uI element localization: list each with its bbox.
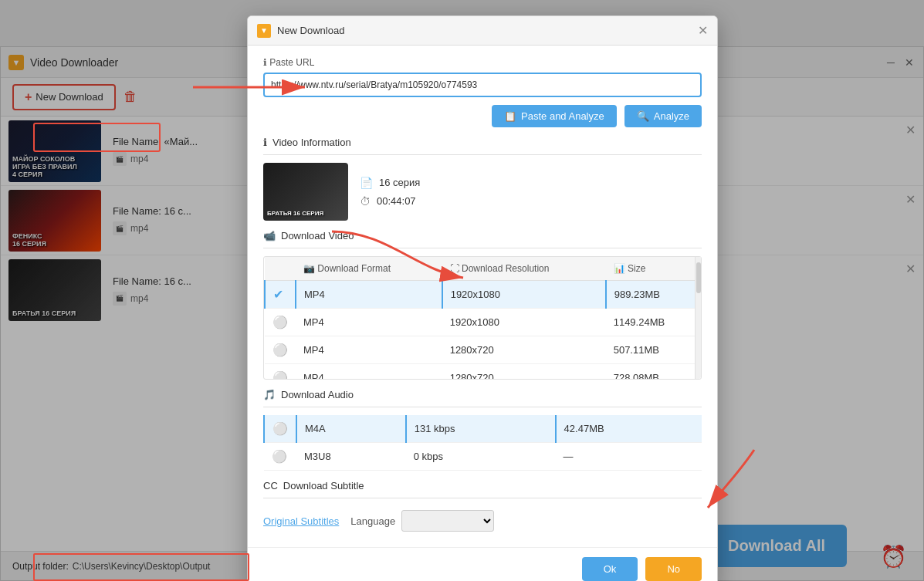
paste-icon: 📋 xyxy=(504,110,516,122)
format-cell: MP4 xyxy=(296,309,442,336)
col-format-header: 📷 Download Format xyxy=(296,257,442,281)
col-size-header: 📊 Size xyxy=(606,257,701,281)
language-select: Language xyxy=(350,510,494,532)
radio-selected-icon: ✔ xyxy=(273,288,283,301)
audio-format-table: ⚪ M4A 131 kbps 42.47MB ⚪ M3U8 0 kbps — xyxy=(263,415,702,471)
download-audio-section: 🎵 Download Audio ⚪ M4A 131 kbps 42.47MB … xyxy=(263,389,702,471)
original-subtitles-link[interactable]: Original Subtitles xyxy=(263,515,339,527)
duration-label: 00:44:07 xyxy=(377,195,416,207)
table-row[interactable]: ⚪ M3U8 0 kbps — xyxy=(264,443,702,471)
resolution-cell: 1920x1080 xyxy=(442,309,606,336)
info-circle-icon: ℹ xyxy=(263,137,267,148)
new-download-modal: ▼ New Download ✕ ℹ Paste URL 📋 Paste and… xyxy=(247,15,718,581)
analyze-button[interactable]: 🔍 Analyze xyxy=(624,105,702,127)
divider4 xyxy=(263,498,702,498)
video-info-row: БРАТЬЯ 16 СЕРИЯ 📄 16 серия ⏱ 00:44:07 xyxy=(263,163,702,221)
analyze-btn-row: 📋 Paste and Analyze 🔍 Analyze xyxy=(263,105,702,127)
video-meta: 📄 16 серия ⏱ 00:44:07 xyxy=(360,177,420,208)
size-cell: 42.47MB xyxy=(556,415,702,443)
download-subtitle-header: CC Download Subtitle xyxy=(263,480,702,491)
bitrate-cell: 131 kbps xyxy=(406,415,556,443)
resolution-cell: 1280x720 xyxy=(442,336,606,364)
size-cell: 1149.24MB xyxy=(606,309,701,336)
radio-unselected-icon: ⚪ xyxy=(272,450,287,463)
resolution-col-icon: ⛶ xyxy=(450,263,459,274)
duration-row: ⏱ 00:44:07 xyxy=(360,195,420,208)
modal-logo-icon: ▼ xyxy=(257,24,271,38)
format-cell: MP4 xyxy=(296,364,442,380)
scrollbar-thumb[interactable] xyxy=(696,262,701,293)
download-audio-header: 🎵 Download Audio xyxy=(263,389,702,400)
modal-title: New Download xyxy=(277,25,344,36)
video-info-header: ℹ Video Information xyxy=(263,137,702,148)
modal-title-left: ▼ New Download xyxy=(257,24,344,38)
subtitle-icon: CC xyxy=(263,480,278,491)
divider2 xyxy=(263,248,702,248)
subtitle-row: Original Subtitles Language xyxy=(263,506,702,535)
ok-button[interactable]: Ok xyxy=(582,557,638,581)
format-cell: M3U8 xyxy=(296,443,406,471)
table-row[interactable]: ✔ MP4 1920x1080 989.23MB xyxy=(265,281,701,309)
clock-icon: ⏱ xyxy=(360,195,371,208)
col-select xyxy=(265,257,296,281)
episode-row: 📄 16 серия xyxy=(360,177,420,189)
bitrate-cell: 0 kbps xyxy=(406,443,556,471)
video-thumb-text: БРАТЬЯ 16 СЕРИЯ xyxy=(267,210,323,217)
language-label: Language xyxy=(350,515,395,527)
video-format-table: 📷 Download Format ⛶ Download Resolution … xyxy=(264,257,701,380)
radio-unselected-icon: ⚪ xyxy=(272,316,288,329)
radio-unselected-icon: ⚪ xyxy=(272,343,288,356)
info-icon: ℹ xyxy=(263,57,267,68)
radio-cell[interactable]: ✔ xyxy=(265,281,296,309)
divider xyxy=(263,154,702,155)
radio-cell[interactable]: ⚪ xyxy=(265,309,296,336)
video-icon: 📹 xyxy=(263,230,276,242)
table-row[interactable]: ⚪ MP4 1920x1080 1149.24MB xyxy=(265,309,701,336)
format-cell: MP4 xyxy=(296,281,442,309)
radio-cell[interactable]: ⚪ xyxy=(264,415,296,443)
video-thumbnail: БРАТЬЯ 16 СЕРИЯ xyxy=(263,163,348,221)
table-row[interactable]: ⚪ MP4 1280x720 728.08MB xyxy=(265,364,701,380)
size-cell: 507.11MB xyxy=(606,336,701,364)
radio-cell[interactable]: ⚪ xyxy=(265,364,296,380)
modal-body: ℹ Paste URL 📋 Paste and Analyze 🔍 Analyz… xyxy=(248,46,717,547)
audio-icon: 🎵 xyxy=(263,389,276,400)
size-cell: 989.23MB xyxy=(606,281,701,309)
format-col-icon: 📷 xyxy=(303,263,315,274)
paste-and-analyze-button[interactable]: 📋 Paste and Analyze xyxy=(492,105,617,127)
table-row[interactable]: ⚪ MP4 1280x720 507.11MB xyxy=(265,336,701,364)
radio-unselected-icon: ⚪ xyxy=(272,422,288,435)
table-row[interactable]: ⚪ M4A 131 kbps 42.47MB xyxy=(264,415,702,443)
radio-cell[interactable]: ⚪ xyxy=(264,443,296,471)
radio-cell[interactable]: ⚪ xyxy=(265,336,296,364)
col-resolution-header: ⛶ Download Resolution xyxy=(442,257,606,281)
modal-close-button[interactable]: ✕ xyxy=(698,23,708,38)
size-col-icon: 📊 xyxy=(614,263,625,274)
scrollbar-track[interactable] xyxy=(695,257,701,379)
radio-unselected-icon: ⚪ xyxy=(272,371,288,380)
url-input[interactable] xyxy=(263,73,702,97)
format-cell: MP4 xyxy=(296,336,442,364)
search-icon: 🔍 xyxy=(637,110,649,122)
episode-label: 16 серия xyxy=(379,177,420,188)
video-format-table-container: 📷 Download Format ⛶ Download Resolution … xyxy=(263,256,702,380)
no-button[interactable]: No xyxy=(645,557,702,581)
download-video-header: 📹 Download Video xyxy=(263,230,702,242)
resolution-cell: 1920x1080 xyxy=(442,281,606,309)
modal-titlebar: ▼ New Download ✕ xyxy=(248,16,717,46)
file-icon: 📄 xyxy=(360,177,373,189)
format-cell: M4A xyxy=(296,415,406,443)
language-dropdown[interactable] xyxy=(401,510,494,532)
resolution-cell: 1280x720 xyxy=(442,364,606,380)
divider3 xyxy=(263,407,702,407)
download-subtitle-section: CC Download Subtitle Original Subtitles … xyxy=(263,480,702,535)
paste-url-label: ℹ Paste URL xyxy=(263,57,702,68)
size-cell: 728.08MB xyxy=(606,364,701,380)
size-cell: — xyxy=(556,443,702,471)
modal-footer: Ok No xyxy=(248,547,717,581)
